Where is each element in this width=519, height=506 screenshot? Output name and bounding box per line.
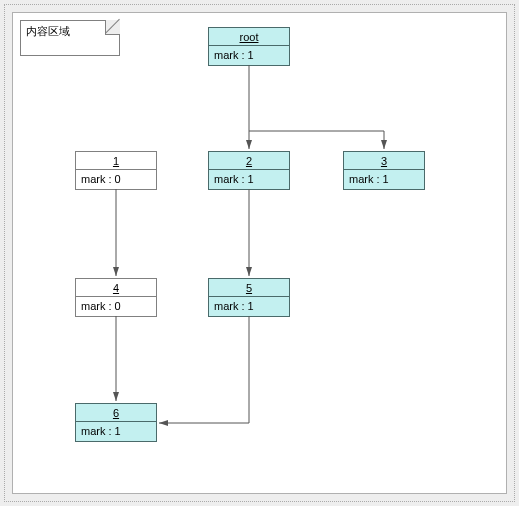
node-attr: mark : 1 — [76, 422, 156, 441]
edge-root-3 — [249, 131, 384, 149]
node-6[interactable]: 6 mark : 1 — [75, 403, 157, 442]
node-title: 3 — [344, 152, 424, 170]
node-attr: mark : 0 — [76, 170, 156, 189]
node-title: 5 — [209, 279, 289, 297]
node-title: 2 — [209, 152, 289, 170]
node-4[interactable]: 4 mark : 0 — [75, 278, 157, 317]
node-1[interactable]: 1 mark : 0 — [75, 151, 157, 190]
node-title: 6 — [76, 404, 156, 422]
node-attr: mark : 1 — [209, 297, 289, 316]
node-title: 4 — [76, 279, 156, 297]
node-2[interactable]: 2 mark : 1 — [208, 151, 290, 190]
node-title: root — [209, 28, 289, 46]
content-area-note: 内容区域 — [20, 20, 120, 56]
node-attr: mark : 1 — [209, 46, 289, 65]
note-label: 内容区域 — [26, 25, 70, 37]
node-attr: mark : 1 — [344, 170, 424, 189]
node-title: 1 — [76, 152, 156, 170]
node-3[interactable]: 3 mark : 1 — [343, 151, 425, 190]
node-attr: mark : 0 — [76, 297, 156, 316]
node-attr: mark : 1 — [209, 170, 289, 189]
edge-5-6 — [159, 316, 249, 423]
node-root[interactable]: root mark : 1 — [208, 27, 290, 66]
diagram-canvas: 内容区域 root mark : 1 1 mark : 0 2 mark : 1… — [12, 12, 507, 494]
node-5[interactable]: 5 mark : 1 — [208, 278, 290, 317]
note-fold-icon — [105, 20, 120, 35]
